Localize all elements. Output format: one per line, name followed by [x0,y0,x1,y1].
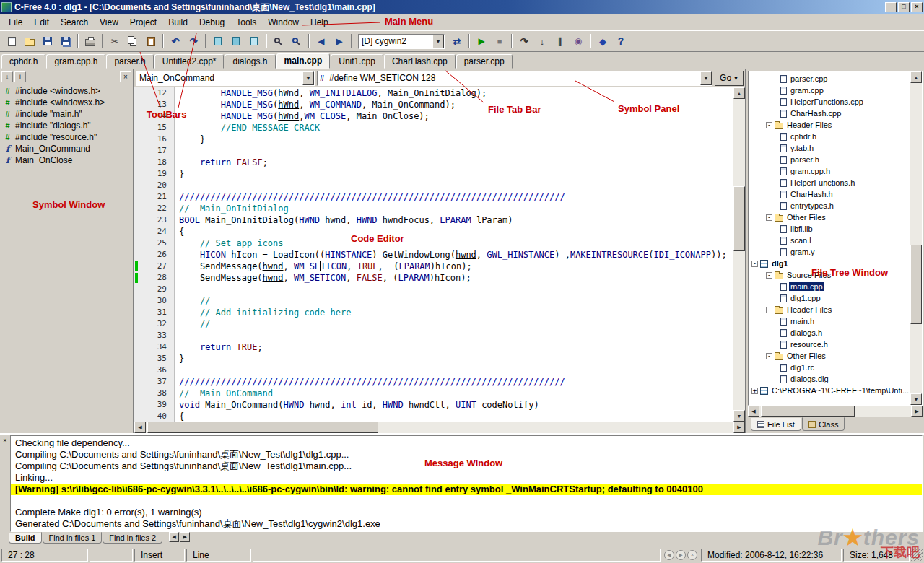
tree-item-dialogs-dlg[interactable]: dialogs.dlg [749,373,910,385]
next-bookmark-button[interactable] [245,32,263,50]
tab-build[interactable]: Build [9,532,42,544]
file-tab-dialogs-h[interactable]: dialogs.h [225,54,275,69]
tree-expand-box[interactable]: - [766,307,772,313]
code-line[interactable]: 15 //END MESSAGE CRACK [134,122,733,134]
code-line[interactable]: 17 [134,145,733,157]
editor-hscroll-track[interactable] [146,422,733,433]
tree-hscroll-left-button[interactable]: ◀ [748,406,759,417]
run-button[interactable]: ▶ [473,32,490,50]
print-button[interactable] [82,32,99,50]
tree-expand-box[interactable]: - [766,122,772,128]
code-line[interactable]: 18 return FALSE; [134,157,733,168]
editor-vscroll-up-button[interactable]: ▲ [733,87,745,99]
code-line[interactable]: 40{ [134,411,733,422]
code-line[interactable]: 21//////////////////////////////////////… [134,191,733,203]
tree-item-gram-cpp-h[interactable]: gram.cpp.h [749,165,910,177]
tree-item-y-tab-h[interactable]: y.tab.h [749,142,910,154]
editor-hscroll-right-button[interactable]: ▶ [733,422,745,433]
next-message-button[interactable]: ▶ [676,550,686,560]
tree-item-dialogs-h[interactable]: dialogs.h [749,327,910,339]
tree-item-main-h[interactable]: main.h [749,315,910,327]
menu-help[interactable]: Help [305,15,334,30]
code-line[interactable]: 26 HICON hIcon = LoadIcon((HINSTANCE) Ge… [134,249,733,261]
code-line[interactable]: 28 SendMessage(hwnd, WM_SETICON, FALSE, … [134,272,733,284]
tree-item-source-files[interactable]: -Source Files [749,269,910,281]
pause-button[interactable]: ∥ [552,32,569,50]
editor-vscroll-thumb[interactable] [733,186,745,251]
editor-vertical-scrollbar[interactable]: ▲▼ [733,87,745,422]
file-tab-main-cpp[interactable]: main.cpp [276,53,331,69]
tree-item-main-cpp[interactable]: main.cpp [749,281,910,292]
menu-search[interactable]: Search [55,15,94,30]
tree-vscroll-up-button[interactable]: ▲ [910,71,922,83]
new-file-button[interactable] [3,32,20,50]
file-tab-unit1-cpp[interactable]: Unit1.cpp [331,54,383,69]
tree-item-dlg1-rc[interactable]: dlg1.rc [749,362,910,373]
prev-bookmark-button[interactable] [227,32,245,50]
close-button[interactable]: × [911,2,923,12]
project-tree[interactable]: parser.cppgram.cppHelperFunctions.cppCha… [749,71,910,405]
save-all-button[interactable] [57,32,74,50]
build-output-line[interactable]: Compiling C:\Documents and Settings\funi… [11,461,922,472]
tree-hscroll-thumb[interactable] [761,406,855,417]
code-line[interactable]: 12 HANDLE_MSG(hWnd, WM_INITDIALOG, Main_… [134,87,733,99]
step-into-button[interactable]: ↓ [533,32,551,50]
editor-hscroll-left-button[interactable]: ◀ [134,422,146,433]
symbol-item-include-windowsx-h[interactable]: ##include <windowsx.h> [0,97,133,108]
redo-button[interactable]: ↷ [185,32,202,50]
editor-horizontal-scrollbar[interactable]: ◀▶ [134,422,745,433]
code-line[interactable]: 31 // Add initializing code here [134,307,733,318]
tree-expand-box[interactable]: - [766,353,772,359]
tree-item-scan-l[interactable]: scan.l [749,235,910,246]
tree-expand-box[interactable]: - [766,272,772,279]
build-output-line[interactable]: [Warning] s:\r\lib\gcc-lib\i686-pc-cygwi… [11,484,922,495]
tree-vertical-scrollbar[interactable]: ▲▼ [910,71,922,405]
tree-item-libfl-lib[interactable]: libfl.lib [749,223,910,235]
find-button[interactable] [270,32,287,50]
menu-project[interactable]: Project [124,15,162,30]
scope-combo[interactable]: Main_OnCommand ▼ [136,71,315,86]
debug-watch-button[interactable]: ◉ [570,32,587,50]
step-over-button[interactable]: ↷ [515,32,533,50]
file-tab-charhash-cpp[interactable]: CharHash.cpp [384,54,456,69]
tree-vscroll-track[interactable] [910,83,922,393]
symbol-list[interactable]: ##include <windows.h>##include <windowsx… [0,84,133,433]
clear-messages-button[interactable]: × [687,550,697,560]
tree-expand-box[interactable]: + [751,388,758,394]
help-button[interactable]: ? [612,32,629,50]
code-line[interactable]: 38// Main_OnCommand [134,388,733,399]
tree-hscroll-track[interactable] [759,406,911,417]
editor-vscroll-track[interactable] [733,99,745,410]
symbol-combo-arrow-icon[interactable]: ▼ [700,71,712,85]
menu-window[interactable]: Window [262,15,305,30]
tab-find-in-files-1[interactable]: Find in files 1 [43,532,103,544]
menu-build[interactable]: Build [162,15,193,30]
menu-file[interactable]: File [3,15,28,30]
code-line[interactable]: 35} [134,353,733,365]
symbol-item-include-main-h[interactable]: ##include "main.h" [0,108,133,120]
file-tab-untitled2-cpp[interactable]: Untitled2.cpp* [154,54,225,69]
code-line[interactable]: 16 } [134,134,733,145]
file-tab-parser-h[interactable]: parser.h [106,54,153,69]
navigate-forward-button[interactable]: ▶ [331,32,348,50]
code-line[interactable]: 24{ [134,226,733,237]
editor-hscroll-thumb[interactable] [147,422,378,433]
tree-item-entrytypes-h[interactable]: entrytypes.h [749,200,910,211]
tree-item-c-progra-1-c-free-1-temp-unti[interactable]: +C:\PROGRA~1\C-FREE~1\temp\Unti... [749,385,910,396]
editor-vscroll-down-button[interactable]: ▼ [733,410,745,422]
file-tab-gram-cpp-h[interactable]: gram.cpp.h [46,54,105,69]
tree-hscroll-right-button[interactable]: ▶ [911,406,923,417]
paste-button[interactable] [142,32,160,50]
code-line[interactable]: 13 HANDLE_MSG(hWnd, WM_COMMAND, Main_OnC… [134,99,733,110]
symbol-item-include-windows-h[interactable]: ##include <windows.h> [0,85,133,97]
code-line[interactable]: 27 SendMessage(hwnd, WM_SETICON, TRUE, (… [134,261,733,272]
save-button[interactable] [39,32,56,50]
symbol-item-main-oncommand[interactable]: fMain_OnCommand [0,143,133,154]
build-output-line[interactable] [11,495,922,507]
tree-expand-box[interactable]: - [766,214,772,221]
sort-symbols-button[interactable]: ↓ [1,71,13,82]
copy-button[interactable] [124,32,141,50]
code-editor[interactable]: 12 HANDLE_MSG(hWnd, WM_INITDIALOG, Main_… [134,87,733,422]
symbol-item-main-onclose[interactable]: fMain_OnClose [0,154,133,166]
undo-button[interactable]: ↶ [167,32,184,50]
